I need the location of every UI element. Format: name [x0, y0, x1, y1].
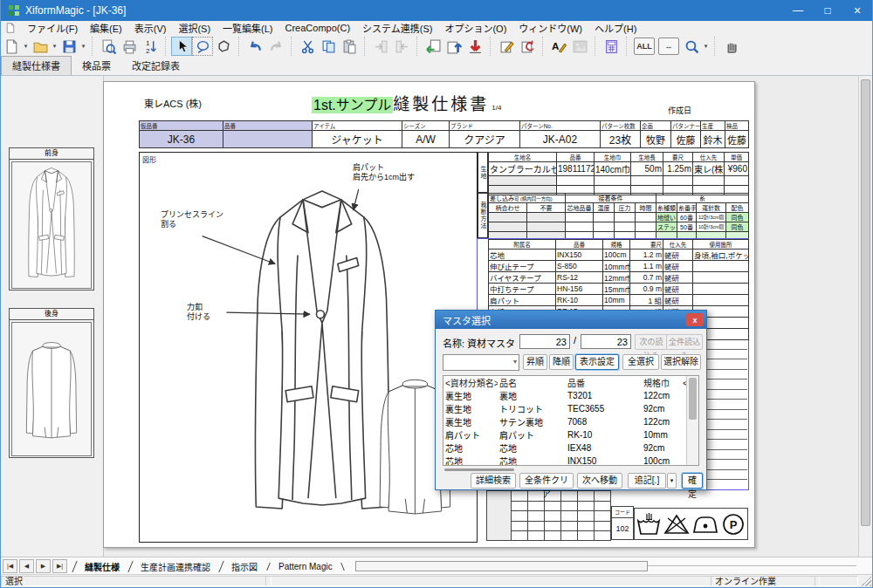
resize-grip[interactable] — [861, 576, 871, 586]
menu-creacompo[interactable]: CreaCompo(C) — [279, 23, 357, 33]
maximize-button[interactable]: □ — [813, 0, 842, 21]
all-load-button[interactable]: 全件読込み — [666, 334, 703, 350]
menu-select[interactable]: 選択(S) — [172, 21, 217, 35]
first-sheet-button[interactable]: |◀ — [3, 559, 17, 573]
table-row[interactable]: 裏生地サテン裏地7068122cm — [443, 415, 693, 428]
table-row[interactable]: 裏生地トリコットTEC365592cm — [443, 402, 693, 415]
next-load-button[interactable]: 次の読込み — [635, 334, 668, 350]
scrollbar-thumb[interactable] — [861, 79, 870, 526]
canvas-horizontal-scrollbar[interactable] — [355, 561, 856, 572]
append-dropdown[interactable]: ▾ — [667, 473, 677, 489]
redo-button[interactable] — [265, 37, 286, 56]
text-edit-button[interactable] — [548, 37, 569, 56]
menu-system-link[interactable]: システム連携(S) — [356, 21, 438, 35]
last-sheet-button[interactable]: ▶| — [52, 559, 67, 573]
pan-hand-button[interactable] — [720, 37, 741, 56]
list-header-category[interactable]: <資材分類名> — [443, 376, 498, 389]
scrollbar-thumb[interactable] — [689, 378, 697, 420]
table-row[interactable]: 芯地芯地INX150100cm — [443, 455, 693, 466]
zoom-dropdown[interactable]: ▾ — [702, 37, 710, 56]
table-row[interactable]: 芯地芯地IEX4892cm — [443, 441, 693, 455]
refresh-sheet-button[interactable] — [517, 37, 538, 56]
menu-list-edit[interactable]: 一覧編集(L) — [217, 21, 278, 35]
canvas-vertical-scrollbar[interactable] — [858, 76, 872, 557]
save-dropdown[interactable]: ▾ — [79, 37, 87, 56]
table-row[interactable]: 肩パット肩パットRK-1010mm — [443, 428, 693, 441]
list-vertical-scrollbar[interactable] — [686, 376, 698, 465]
display-settings-button[interactable]: 表示設定 — [575, 354, 619, 370]
sort-ascending-button[interactable]: 昇順 — [523, 354, 547, 370]
sheet-download-button[interactable] — [464, 37, 485, 56]
select-cursor-button[interactable] — [171, 37, 192, 56]
import-button[interactable] — [370, 37, 391, 56]
thumbnail-back-body[interactable]: 後身 — [9, 308, 94, 458]
print-button[interactable] — [119, 37, 140, 56]
list-header-number[interactable]: 品番 — [566, 376, 642, 389]
fit-width-button[interactable]: ↔ — [658, 38, 679, 55]
sheet-upload-button[interactable] — [443, 37, 464, 56]
calculator-button[interactable] — [601, 37, 622, 56]
scrollbar-thumb[interactable] — [355, 561, 648, 571]
sheet-import-button[interactable] — [423, 37, 443, 56]
next-sheet-button[interactable]: ▶ — [36, 559, 51, 573]
thumbnail-front-body[interactable]: 前身 — [9, 147, 94, 291]
print-preview-button[interactable] — [98, 37, 119, 56]
sheet-tab-production-plan[interactable]: 生産計画連携確認 — [130, 560, 221, 573]
clear-conditions-button[interactable]: 全条件クリア — [519, 473, 574, 489]
menu-help[interactable]: ヘルプ(H) — [588, 21, 643, 35]
open-file-dropdown[interactable]: ▾ — [51, 37, 58, 56]
paste-button[interactable] — [339, 37, 360, 56]
cutting-table[interactable]: 差し込み可 (柄内同一方向) 接着条件 糸 柄合わせ 不要 芯地品番 温度 圧力… — [488, 193, 749, 241]
title-bar[interactable]: XiformMagic - [JK-36] — □ × — [1, 0, 872, 21]
export-button[interactable] — [391, 37, 412, 56]
list-horizontal-scrollbar[interactable] — [444, 468, 514, 471]
item-info-table[interactable]: 仮品番 品番 アイテム シーズン ブランド パターンNo. パターン枚数 企画 … — [139, 120, 749, 148]
tab-revision-record[interactable]: 改定記録表 — [121, 57, 190, 75]
tab-inspection-slip[interactable]: 検品票 — [72, 57, 121, 75]
sheet-tab-instruction[interactable]: 指示図 — [221, 560, 268, 573]
copy-button[interactable] — [318, 37, 339, 56]
material-list[interactable]: <資材分類名> 品名 品番 規格巾 <規 裏生地裏地T3201122cm裏生地ト… — [443, 375, 699, 466]
deselect-button[interactable]: 選択解除 — [661, 354, 701, 370]
polygon-select-button[interactable] — [213, 37, 234, 56]
lasso-select-button[interactable] — [192, 37, 213, 56]
menu-file[interactable]: ファイル(F) — [21, 21, 84, 35]
menu-options[interactable]: オプション(O) — [438, 21, 512, 35]
show-all-button[interactable]: ALL — [634, 38, 655, 55]
list-header-name[interactable]: 品名 — [498, 376, 566, 389]
undo-button[interactable] — [244, 37, 265, 56]
select-all-button[interactable]: 全選択 — [622, 354, 659, 370]
edit-sheet-button[interactable] — [496, 37, 517, 56]
open-file-button[interactable] — [30, 37, 51, 56]
minimize-button[interactable]: — — [783, 0, 813, 21]
total-count-field[interactable] — [581, 334, 631, 349]
figure-area[interactable]: 図形 肩パット 肩先から1cm出す プリンセスライン 割る 力釦 付ける — [139, 152, 478, 543]
cut-button[interactable] — [297, 37, 318, 56]
sort-order-button[interactable] — [140, 37, 161, 56]
confirm-button[interactable]: 確定 — [682, 473, 703, 489]
image-button[interactable] — [569, 37, 590, 56]
menu-edit[interactable]: 編集(E) — [84, 21, 128, 35]
list-header-width[interactable]: 規格巾 — [642, 376, 681, 389]
new-document-button[interactable] — [1, 37, 22, 56]
sheet-tab-pattern-magic[interactable]: Pattern Magic — [268, 562, 343, 571]
menu-view[interactable]: 表示(V) — [128, 21, 173, 35]
sheet-tab-sewing-spec[interactable]: 縫製仕様 — [74, 560, 130, 573]
sort-descending-button[interactable]: 降順 — [549, 354, 574, 370]
dialog-title-bar[interactable]: マスタ選択 x — [436, 311, 706, 329]
fabric-table[interactable]: 生地名 品番 生地巾 生地長 要尺 仕入先 単価 タンブラーカルゼ1981117… — [488, 152, 749, 195]
prev-sheet-button[interactable]: ◀ — [19, 559, 34, 573]
close-button[interactable]: × — [842, 0, 872, 21]
tab-sewing-spec[interactable]: 縫製仕様書 — [1, 56, 72, 75]
menu-window[interactable]: ウィンドウ(W) — [512, 21, 588, 35]
new-document-dropdown[interactable]: ▾ — [22, 37, 30, 56]
detail-search-button[interactable]: 詳細検索 — [471, 473, 516, 489]
filter-combo-box[interactable]: ▾ — [443, 354, 519, 371]
table-row[interactable]: 裏生地裏地T3201122cm — [443, 389, 693, 402]
move-next-button[interactable]: 次へ移動 — [577, 473, 622, 489]
dialog-close-button[interactable]: x — [686, 313, 704, 326]
save-button[interactable] — [58, 37, 79, 56]
append-button[interactable]: 追記[.] — [628, 473, 666, 489]
current-count-field[interactable] — [519, 334, 570, 349]
master-select-dialog[interactable]: マスタ選択 x 名称: 資材マスタ / 次の読込み 全件読込み ▾ 昇順 降順 … — [435, 310, 707, 490]
